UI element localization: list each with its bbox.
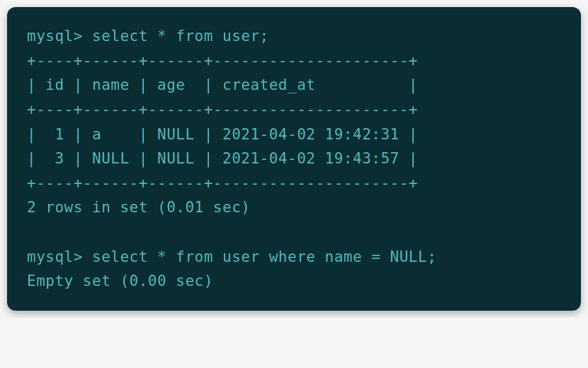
sql-prompt-line: mysql> select * from user; [27, 24, 561, 49]
table-divider: +----+------+------+--------------------… [27, 49, 561, 74]
query-result: 2 rows in set (0.01 sec) [27, 195, 561, 220]
query-result: Empty set (0.00 sec) [27, 269, 561, 294]
blank-line [27, 220, 561, 245]
table-header: | id | name | age | created_at | [27, 73, 561, 98]
table-divider: +----+------+------+--------------------… [27, 171, 561, 196]
table-row: | 3 | NULL | NULL | 2021-04-02 19:43:57 … [27, 146, 561, 171]
sql-prompt-line: mysql> select * from user where name = N… [27, 245, 561, 270]
table-row: | 1 | a | NULL | 2021-04-02 19:42:31 | [27, 122, 561, 147]
terminal-window: mysql> select * from user; +----+------+… [7, 7, 581, 311]
table-divider: +----+------+------+--------------------… [27, 98, 561, 122]
